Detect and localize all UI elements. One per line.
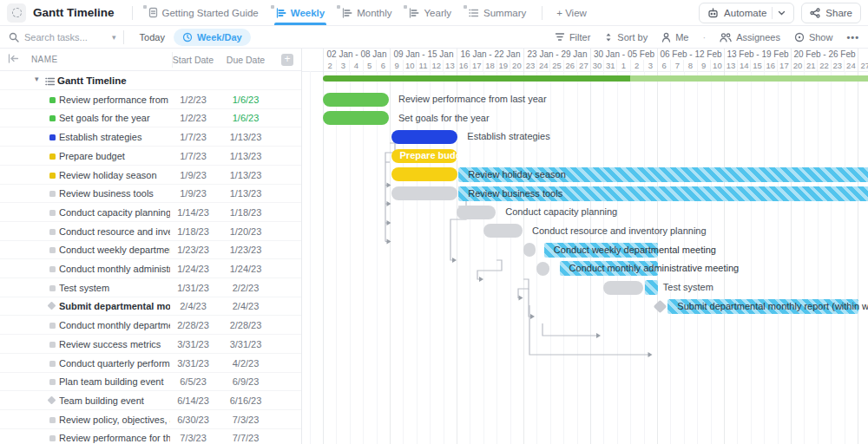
task-name[interactable]: Review performance from last year	[59, 95, 170, 105]
status-icon[interactable]	[49, 342, 56, 348]
due-date[interactable]: 6/9/23	[221, 376, 270, 387]
gantt-bar[interactable]	[536, 262, 549, 276]
due-date[interactable]: 4/2/23	[221, 358, 270, 369]
gantt-bar[interactable]	[391, 130, 458, 144]
due-date[interactable]: 1/6/23	[221, 95, 270, 105]
table-row[interactable]: Plan team building event6/5/236/9/23	[0, 372, 302, 391]
due-date[interactable]: 1/13/23	[221, 188, 270, 199]
table-row[interactable]: Review business tools1/9/231/13/23	[0, 184, 302, 203]
tab-getting-started-guide[interactable]: Getting Started Guide	[140, 0, 267, 25]
table-row[interactable]: Review performance from last year1/2/231…	[0, 90, 302, 109]
task-name[interactable]: Set goals for the year	[59, 113, 170, 123]
due-date[interactable]: 2/2/23	[221, 283, 270, 293]
task-name[interactable]: Review success metrics	[59, 339, 170, 349]
tab-yearly[interactable]: Yearly	[400, 0, 460, 25]
due-date[interactable]: 1/6/23	[221, 113, 270, 123]
start-date[interactable]: 1/7/23	[169, 132, 217, 142]
due-date[interactable]: 2/28/23	[221, 320, 270, 330]
chevron-down-icon[interactable]	[778, 10, 786, 16]
column-header-name[interactable]: NAME	[31, 55, 58, 64]
start-date[interactable]: 6/30/23	[169, 415, 217, 425]
gantt-bar[interactable]	[391, 167, 458, 181]
start-date[interactable]: 3/31/23	[169, 358, 217, 369]
start-date[interactable]: 1/9/23	[169, 170, 217, 180]
gantt-bar[interactable]	[523, 243, 536, 257]
task-name[interactable]: Conduct monthly departmental m...	[59, 320, 170, 330]
table-row[interactable]: Prepare budget1/7/231/13/23	[0, 147, 302, 166]
gantt-bar[interactable]	[483, 224, 523, 238]
status-icon[interactable]	[49, 435, 56, 441]
column-header-start-date[interactable]: Start Date	[169, 55, 217, 65]
status-icon[interactable]	[49, 379, 56, 385]
task-name[interactable]: Review holiday season	[59, 170, 170, 180]
gantt-bar[interactable]	[457, 206, 496, 219]
status-icon[interactable]	[49, 153, 56, 160]
status-icon[interactable]	[49, 191, 56, 197]
milestone-diamond[interactable]	[653, 299, 667, 313]
summary-bar[interactable]	[323, 75, 868, 82]
table-row[interactable]: Test system1/31/232/2/23	[0, 278, 302, 297]
start-date[interactable]: 1/14/23	[169, 207, 217, 218]
task-name[interactable]: Test system	[59, 283, 170, 293]
task-name[interactable]: Submit departmental monthly re...	[59, 301, 170, 311]
task-name[interactable]: Review performance for the last 6 ...	[59, 433, 170, 443]
gantt-bar[interactable]	[391, 186, 458, 200]
show-button[interactable]: Show	[794, 32, 833, 42]
table-row[interactable]: Conduct weekly departmental me...1/23/23…	[0, 240, 302, 259]
table-row[interactable]: Review performance for the last 6 ...7/3…	[0, 428, 302, 444]
start-date[interactable]: 1/24/23	[169, 264, 217, 274]
status-icon[interactable]	[49, 247, 56, 253]
table-row[interactable]: Conduct capacity planning1/14/231/18/23	[0, 203, 302, 222]
start-date[interactable]: 1/2/23	[169, 113, 217, 123]
gantt-bar[interactable]	[323, 93, 389, 107]
task-name[interactable]: Conduct quarterly performance m...	[59, 358, 170, 369]
tab-monthly[interactable]: Monthly	[333, 0, 400, 25]
tab-weekly[interactable]: Weekly	[267, 0, 333, 25]
due-date[interactable]: 3/31/23	[221, 339, 270, 349]
task-name[interactable]: Conduct weekly departmental me...	[59, 245, 170, 255]
add-column-button[interactable]: +	[281, 54, 293, 66]
task-name[interactable]: Review policy, objectives, and busi...	[59, 415, 170, 425]
start-date[interactable]: 1/23/23	[169, 245, 217, 255]
start-date[interactable]: 1/7/23	[169, 151, 217, 161]
weekend-overflow-band[interactable]	[645, 280, 658, 295]
column-header-due-date[interactable]: Due Date	[221, 55, 270, 65]
gantt-bar[interactable]	[603, 281, 642, 295]
more-options-button[interactable]: •••	[846, 32, 859, 42]
start-date[interactable]: 1/18/23	[169, 226, 217, 237]
due-date[interactable]: 1/13/23	[221, 132, 270, 142]
tab-summary[interactable]: Summary	[460, 0, 535, 25]
search-input[interactable]: Search tasks...	[9, 32, 100, 42]
status-icon[interactable]	[49, 173, 56, 179]
start-date[interactable]: 6/5/23	[169, 376, 217, 387]
table-row[interactable]: Establish strategies1/7/231/13/23	[0, 127, 302, 147]
filter-button[interactable]: Filter	[555, 32, 590, 42]
status-icon[interactable]	[49, 210, 56, 216]
status-icon[interactable]	[49, 115, 56, 121]
due-date[interactable]: 1/24/23	[221, 264, 270, 274]
due-date[interactable]: 7/7/23	[221, 433, 270, 443]
table-row[interactable]: Review policy, objectives, and busi...6/…	[0, 410, 302, 429]
due-date[interactable]: 1/18/23	[221, 207, 270, 218]
due-date[interactable]: 2/4/23	[221, 301, 270, 311]
sort-button[interactable]: Sort by	[604, 32, 648, 42]
due-date[interactable]: 1/23/23	[221, 245, 270, 255]
caret-down-icon[interactable]: ▾	[35, 75, 39, 83]
table-row[interactable]: Conduct monthly departmental m...2/28/23…	[0, 316, 302, 335]
group-row[interactable]: ▾Gantt Timeline	[0, 71, 302, 90]
table-row[interactable]: Conduct resource and inventory pl...1/18…	[0, 222, 302, 241]
table-row[interactable]: Team building event6/14/236/16/23	[0, 391, 302, 410]
due-date[interactable]: 1/13/23	[221, 151, 270, 161]
gantt-bar[interactable]	[323, 111, 389, 125]
share-button[interactable]: Share	[801, 3, 861, 23]
task-name[interactable]: Establish strategies	[59, 132, 170, 142]
status-icon[interactable]	[49, 417, 56, 423]
table-row[interactable]: Review holiday season1/9/231/13/23	[0, 166, 302, 185]
task-name[interactable]: Review business tools	[59, 188, 170, 199]
assignees-button[interactable]: Assignees	[720, 32, 780, 42]
start-date[interactable]: 2/4/23	[169, 301, 217, 311]
automate-button[interactable]: Automate	[699, 3, 794, 23]
due-date[interactable]: 7/3/23	[221, 415, 270, 425]
start-date[interactable]: 7/3/23	[169, 433, 217, 443]
status-icon[interactable]	[49, 229, 56, 235]
